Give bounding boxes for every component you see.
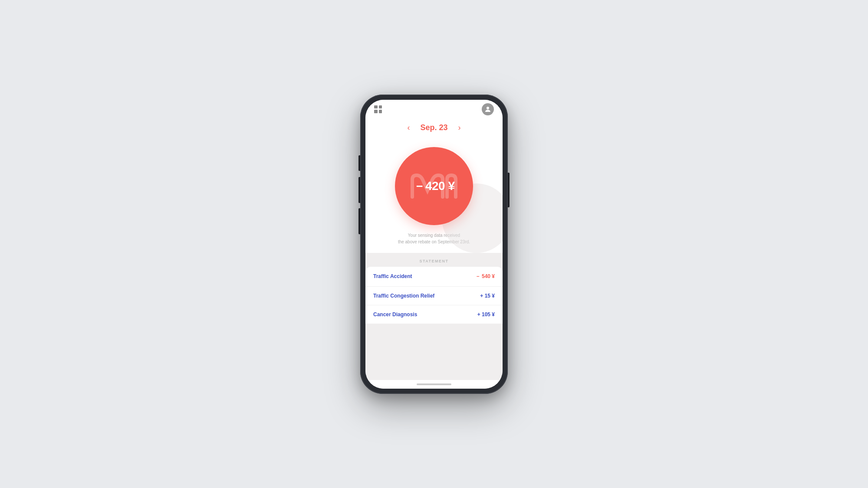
main-content: －420 ¥ Your sensing data received the ab… xyxy=(365,138,503,380)
circle-logo xyxy=(395,147,473,225)
statement-item-2[interactable]: Cancer Diagnosis + 105 ¥ xyxy=(365,305,503,324)
circle-area: －420 ¥ Your sensing data received the ab… xyxy=(365,138,503,253)
item-name-2: Cancer Diagnosis xyxy=(373,311,417,318)
volume-up-button xyxy=(358,177,360,203)
item-name-0: Traffic Accident xyxy=(373,273,412,279)
phone-screen: ‹ Sep. 23 › －420 ¥ xyxy=(365,100,503,389)
home-indicator xyxy=(365,380,503,389)
statement-section: STATEMENT Traffic Accident － 540 ¥ Traff… xyxy=(365,253,503,324)
profile-avatar[interactable] xyxy=(482,103,494,115)
phone-device: ‹ Sep. 23 › －420 ¥ xyxy=(360,95,508,394)
prev-date-button[interactable]: ‹ xyxy=(407,123,410,132)
current-date-label: Sep. 23 xyxy=(420,123,447,132)
item-amount-0: － 540 ¥ xyxy=(475,273,495,280)
app-header xyxy=(365,100,503,121)
item-amount-2: + 105 ¥ xyxy=(477,311,495,318)
menu-icon[interactable] xyxy=(374,105,382,113)
home-bar xyxy=(417,383,451,385)
statement-list: Traffic Accident － 540 ¥ Traffic Congest… xyxy=(365,267,503,324)
statement-label: STATEMENT xyxy=(365,259,503,263)
power-button xyxy=(508,173,510,207)
item-name-1: Traffic Congestion Relief xyxy=(373,293,434,299)
statement-item-0[interactable]: Traffic Accident － 540 ¥ xyxy=(365,267,503,287)
svg-point-0 xyxy=(487,107,489,109)
item-amount-1: + 15 ¥ xyxy=(480,293,495,299)
date-navigation: ‹ Sep. 23 › xyxy=(365,121,503,138)
volume-down-button xyxy=(358,208,360,234)
amount-circle: －420 ¥ xyxy=(395,147,473,225)
statement-item-1[interactable]: Traffic Congestion Relief + 15 ¥ xyxy=(365,287,503,305)
mute-button xyxy=(358,155,360,171)
next-date-button[interactable]: › xyxy=(458,123,461,132)
